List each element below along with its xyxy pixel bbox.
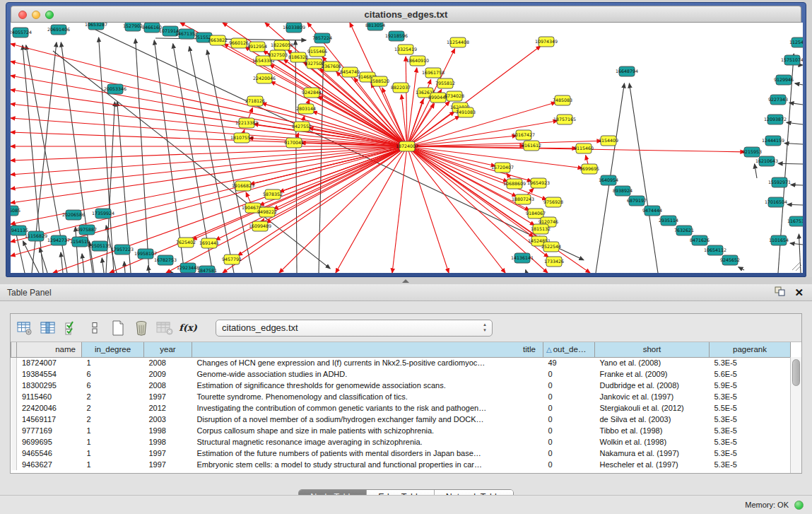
table-cell[interactable]: 18300295 (17, 380, 82, 391)
table-cell[interactable]: 1998 (144, 425, 192, 436)
table-cell[interactable]: 2003 (144, 414, 192, 425)
table-cell[interactable]: 18724007 (17, 357, 82, 368)
table-cell[interactable]: 49 (543, 357, 595, 368)
table-cell[interactable]: 14569117 (17, 414, 82, 425)
table-cell[interactable]: 1 (82, 436, 144, 448)
show-columns-icon[interactable] (40, 320, 57, 337)
unselect-rows-icon[interactable] (86, 320, 103, 337)
table-cell[interactable]: Disruption of a novel member of a sodium… (192, 414, 543, 425)
column-header-out_degree[interactable]: △out_de… (543, 342, 595, 357)
table-cell[interactable]: 0 (543, 448, 595, 459)
table-cell[interactable]: Changes of HCN gene expression and I(f) … (192, 357, 543, 368)
table-cell[interactable]: 1 (82, 425, 144, 436)
table-cell[interactable]: Corpus callosum shape and size in male p… (192, 425, 543, 436)
table-cell[interactable]: Yano et al. (2008) (595, 357, 710, 368)
table-cell[interactable]: Hescheler et al. (1997) (595, 459, 710, 470)
column-header-in_degree[interactable]: in_degree (82, 342, 144, 357)
table-cell[interactable]: 1 (82, 357, 144, 368)
column-header-short[interactable]: short (595, 342, 710, 357)
table-cell[interactable]: 5.3E-5 (710, 425, 791, 436)
new-column-icon[interactable] (110, 320, 126, 337)
table-cell[interactable]: 2008 (144, 357, 192, 368)
splitter-handle[interactable] (402, 279, 409, 283)
select-all-rows-icon[interactable] (63, 320, 80, 337)
table-row[interactable]: 946362711997Embryonic stem cells: a mode… (11, 459, 791, 470)
table-cell[interactable]: 1997 (144, 459, 192, 470)
column-header-name[interactable]: name (17, 342, 82, 357)
table-cell[interactable]: 0 (543, 436, 595, 448)
table-cell[interactable]: Structural magnetic resonance image aver… (192, 436, 543, 448)
table-cell[interactable]: 0 (543, 402, 595, 414)
table-row[interactable]: 969969511998Structural magnetic resonanc… (11, 436, 791, 448)
close-panel-icon[interactable]: ✕ (794, 287, 804, 298)
delete-column-icon[interactable] (133, 320, 150, 337)
table-cell[interactable]: 2 (82, 414, 144, 425)
table-cell[interactable]: 1 (82, 459, 144, 470)
table-cell[interactable]: 1998 (144, 436, 192, 448)
table-cell[interactable]: 9699695 (17, 436, 82, 448)
split-divider[interactable] (0, 277, 812, 284)
table-cell[interactable]: 6 (82, 380, 144, 391)
table-cell[interactable]: 2 (82, 402, 144, 414)
table-vertical-scrollbar[interactable] (790, 357, 801, 473)
table-row[interactable]: 1830029562008Estimation of significance … (11, 380, 791, 391)
table-cell[interactable]: 5.6E-5 (710, 368, 791, 380)
table-cell[interactable]: de Silva et al. (2003) (595, 414, 710, 425)
table-cell[interactable]: Estimation of the future numbers of pati… (192, 448, 543, 459)
delete-table-icon[interactable] (156, 320, 173, 337)
table-cell[interactable]: 2 (82, 391, 144, 402)
table-cell[interactable]: Franke et al. (2009) (595, 368, 710, 380)
table-cell[interactable]: 0 (543, 414, 595, 425)
table-cell[interactable]: Genome-wide association studies in ADHD. (192, 368, 543, 380)
table-cell[interactable]: Embryonic stem cells: a model to study s… (192, 459, 543, 470)
table-mode-icon[interactable] (16, 320, 33, 337)
table-cell[interactable]: Stergiakouli et al. (2012) (595, 402, 710, 414)
table-row[interactable]: 1938455462009Genome-wide association stu… (11, 368, 791, 380)
float-panel-icon[interactable] (775, 286, 785, 299)
column-header-title[interactable]: title (192, 342, 543, 357)
table-cell[interactable]: 5.3E-5 (710, 357, 791, 368)
table-cell[interactable]: Nakamura et al. (1997) (595, 448, 710, 459)
table-cell[interactable]: 0 (543, 380, 595, 391)
table-cell[interactable]: 5.3E-5 (710, 436, 791, 448)
table-cell[interactable]: 2012 (144, 402, 192, 414)
table-cell[interactable]: 6 (82, 368, 144, 380)
table-cell[interactable]: 0 (543, 425, 595, 436)
scrollbar-thumb[interactable] (792, 359, 800, 386)
column-header-year[interactable]: year (144, 342, 192, 357)
table-select-dropdown[interactable]: citations_edges.txt ▲▼ (216, 320, 493, 337)
table-cell[interactable]: Jankovic et al. (1997) (595, 391, 710, 402)
table-cell[interactable]: 9465546 (17, 448, 82, 459)
table-cell[interactable]: Investigating the contribution of common… (192, 402, 543, 414)
table-cell[interactable]: 5.3E-5 (710, 459, 791, 470)
function-builder-icon[interactable]: f(x) (180, 320, 196, 337)
network-canvas[interactable]: 1872400724055724206914061065328715279028… (11, 23, 803, 273)
table-cell[interactable]: 19384554 (17, 368, 82, 380)
table-row[interactable]: 1456911722003Disruption of a novel membe… (11, 414, 791, 425)
table-cell[interactable]: 0 (543, 459, 595, 470)
table-cell[interactable]: Tourette syndrome. Phenomenology and cla… (192, 391, 543, 402)
table-cell[interactable]: 0 (543, 391, 595, 402)
table-cell[interactable]: Estimation of significance thresholds fo… (192, 380, 543, 391)
table-cell[interactable]: Wolkin et al. (1998) (595, 436, 710, 448)
table-cell[interactable]: 2009 (144, 368, 192, 380)
table-cell[interactable]: 5.5E-5 (710, 402, 791, 414)
table-cell[interactable]: 1997 (144, 448, 192, 459)
table-cell[interactable]: 2008 (144, 380, 192, 391)
table-cell[interactable]: 9115460 (17, 391, 82, 402)
table-cell[interactable]: 0 (543, 368, 595, 380)
table-cell[interactable]: 5.3E-5 (710, 448, 791, 459)
table-cell[interactable]: Tibbo et al. (1998) (595, 425, 710, 436)
table-row[interactable]: 946554611997Estimation of the future num… (11, 448, 791, 459)
table-row[interactable]: 2242004622012Investigating the contribut… (11, 402, 791, 414)
table-cell[interactable]: 1 (82, 448, 144, 459)
table-row[interactable]: 911546021997Tourette syndrome. Phenomeno… (11, 391, 791, 402)
table-cell[interactable]: 9463627 (17, 459, 82, 470)
network-svg[interactable]: 1872400724055724206914061065328715279028… (11, 23, 803, 273)
table-row[interactable]: 1872400712008Changes of HCN gene express… (11, 357, 791, 368)
network-window-titlebar[interactable]: citations_edges.txt (11, 6, 801, 23)
table-cell[interactable]: Dudbridge et al. (2008) (595, 380, 710, 391)
column-header-pagerank[interactable]: pagerank (710, 342, 791, 357)
table-cell[interactable]: 9777169 (17, 425, 82, 436)
table-cell[interactable]: 1997 (144, 391, 192, 402)
